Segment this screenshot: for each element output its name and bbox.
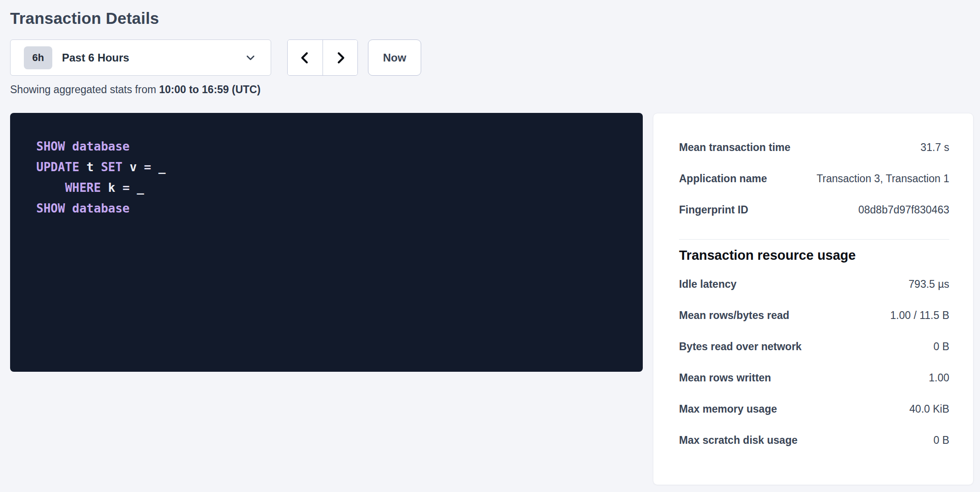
resource-usage-rows: Idle latency793.5 µsMean rows/bytes read… xyxy=(679,268,949,456)
stat-value: 1.00 xyxy=(929,372,949,384)
stat-row: Idle latency793.5 µs xyxy=(679,268,949,300)
stat-row: Max scratch disk usage0 B xyxy=(679,425,949,456)
stat-value: 1.00 / 11.5 B xyxy=(890,309,949,322)
aggregated-stats-summary: Showing aggregated stats from 10:00 to 1… xyxy=(10,84,974,96)
sql-line: SHOW database xyxy=(36,136,624,157)
stat-value: 31.7 s xyxy=(920,141,949,154)
stat-row: Bytes read over network0 B xyxy=(679,331,949,362)
stat-label: Mean rows/bytes read xyxy=(679,309,789,322)
summary-prefix-text: Showing aggregated stats from xyxy=(10,84,159,95)
time-step-button-group xyxy=(287,39,358,76)
stat-value: 40.0 KiB xyxy=(909,403,949,415)
stat-row: Fingerprint ID08d8b7d97f830463 xyxy=(679,194,949,225)
stat-label: Mean transaction time xyxy=(679,141,791,154)
stat-row: Max memory usage40.0 KiB xyxy=(679,393,949,425)
resource-usage-heading: Transaction resource usage xyxy=(679,248,949,263)
stat-label: Max scratch disk usage xyxy=(679,434,797,447)
stat-label: Fingerprint ID xyxy=(679,204,748,216)
sql-line: UPDATE t SET v = _ xyxy=(36,157,624,178)
panel-divider xyxy=(679,239,949,240)
stat-label: Mean rows written xyxy=(679,372,771,384)
main-content: SHOW databaseUPDATE t SET v = _ WHERE k … xyxy=(10,113,974,485)
stat-row: Mean rows written1.00 xyxy=(679,362,949,393)
previous-time-button[interactable] xyxy=(288,40,323,75)
stat-row: Mean transaction time31.7 s xyxy=(679,132,949,163)
stat-value: Transaction 3, Transaction 1 xyxy=(817,173,949,185)
now-button[interactable]: Now xyxy=(368,39,421,76)
stat-row: Application nameTransaction 3, Transacti… xyxy=(679,163,949,194)
time-range-label: Past 6 Hours xyxy=(62,51,244,64)
transaction-details-page: Transaction Details 6h Past 6 Hours Now … xyxy=(0,0,980,492)
stat-value: 0 B xyxy=(933,434,949,447)
stat-label: Max memory usage xyxy=(679,403,777,415)
stat-value: 0 B xyxy=(933,341,949,353)
sql-line: WHERE k = _ xyxy=(36,178,624,198)
stat-label: Idle latency xyxy=(679,278,736,291)
sql-line: SHOW database xyxy=(36,198,624,219)
stat-row: Mean rows/bytes read1.00 / 11.5 B xyxy=(679,300,949,331)
time-range-badge: 6h xyxy=(24,46,52,69)
chevron-left-icon xyxy=(298,50,312,66)
transaction-details-panel: Mean transaction time31.7 sApplication n… xyxy=(653,113,974,485)
next-time-button[interactable] xyxy=(323,40,357,75)
time-picker-toolbar: 6h Past 6 Hours Now xyxy=(10,39,974,76)
stat-label: Application name xyxy=(679,173,767,185)
stat-value: 08d8b7d97f830463 xyxy=(858,204,949,216)
chevron-down-icon xyxy=(244,51,257,64)
time-range-dropdown[interactable]: 6h Past 6 Hours xyxy=(10,39,271,76)
chevron-right-icon xyxy=(334,50,347,66)
stat-value: 793.5 µs xyxy=(908,278,949,291)
page-title: Transaction Details xyxy=(10,9,974,28)
sql-statement-box: SHOW databaseUPDATE t SET v = _ WHERE k … xyxy=(10,113,643,372)
summary-range-text: 10:00 to 16:59 (UTC) xyxy=(159,84,261,95)
stat-label: Bytes read over network xyxy=(679,341,802,353)
summary-rows: Mean transaction time31.7 sApplication n… xyxy=(679,132,949,225)
